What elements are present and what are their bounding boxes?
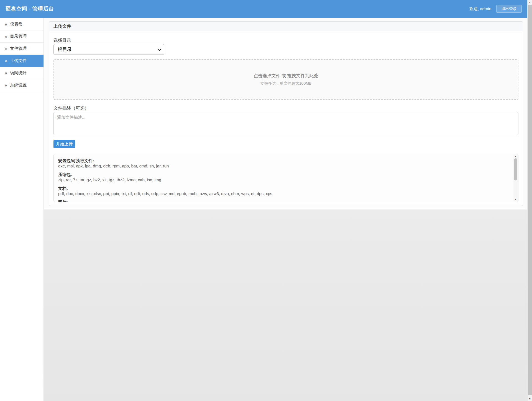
filetype-heading: 图片: <box>58 200 507 202</box>
filetype-list: pdf, doc, docx, xls, xlsx, ppt, pptx, tx… <box>58 191 507 196</box>
sidebar-item-system-settings[interactable]: ◈ 系统设置 <box>0 79 44 91</box>
welcome-text: 欢迎, admin <box>469 6 491 12</box>
sidebar-item-label: 系统设置 <box>10 82 27 88</box>
filetype-list: zip, rar, 7z, tar, gz, bz2, xz, tgz, tbz… <box>58 177 507 182</box>
allowed-filetypes-box: 安装包/可执行文件: exe, msi, apk, ipa, dmg, deb,… <box>53 154 518 202</box>
filetype-list: exe, msi, apk, ipa, dmg, deb, rpm, app, … <box>58 163 507 169</box>
dropzone-hint-text: 支持多选，单文件最大100MB <box>260 81 311 86</box>
chevron-down-icon <box>157 47 161 51</box>
filetypes-scrollbar-thumb[interactable] <box>514 158 517 180</box>
sidebar-item-label: 上传文件 <box>10 58 27 63</box>
scroll-up-arrow-icon[interactable]: ▲ <box>528 0 532 5</box>
page-scrollbar-thumb[interactable] <box>528 5 532 395</box>
description-label: 文件描述（可选） <box>53 105 89 111</box>
sidebar-item-label: 仪表盘 <box>10 22 22 27</box>
diamond-icon: ◈ <box>5 35 7 38</box>
logout-button[interactable]: 退出登录 <box>496 5 522 13</box>
scroll-down-arrow-icon[interactable]: ▼ <box>513 197 518 201</box>
dropzone-main-text: 点击选择文件 或 拖拽文件到此处 <box>254 73 318 79</box>
filetype-heading: 文档: <box>58 186 507 191</box>
description-textarea[interactable] <box>53 112 518 135</box>
file-dropzone[interactable]: 点击选择文件 或 拖拽文件到此处 支持多选，单文件最大100MB <box>53 59 518 100</box>
card-header: 上传文件 <box>49 22 523 31</box>
diamond-icon: ◈ <box>5 59 7 63</box>
sidebar-item-label: 目录管理 <box>10 34 27 39</box>
top-header: 硬盘空间 - 管理后台 欢迎, admin 退出登录 <box>0 0 527 18</box>
upload-card: 上传文件 选择目录 根目录 点击选择文件 或 拖拽文件到此处 支持多选，单文件最… <box>49 21 523 206</box>
filetype-heading: 压缩包: <box>58 172 507 177</box>
main-content: 上传文件 选择目录 根目录 点击选择文件 或 拖拽文件到此处 支持多选，单文件最… <box>44 18 527 401</box>
sidebar-item-directory-management[interactable]: ◈ 目录管理 <box>0 30 44 43</box>
directory-select[interactable]: 根目录 <box>53 44 164 55</box>
sidebar-item-access-stats[interactable]: ◈ 访问统计 <box>0 67 44 79</box>
sidebar-item-label: 文件管理 <box>10 46 27 51</box>
diamond-icon: ◈ <box>5 23 7 26</box>
scroll-up-arrow-icon[interactable]: ▲ <box>513 154 518 159</box>
diamond-icon: ◈ <box>5 84 7 87</box>
sidebar: ◈ 仪表盘 ◈ 目录管理 ◈ 文件管理 ◈ 上传文件 ◈ 访问统计 ◈ 系统设置 <box>0 18 44 401</box>
header-right: 欢迎, admin 退出登录 <box>469 5 522 13</box>
card-title: 上传文件 <box>53 24 71 29</box>
sidebar-item-file-management[interactable]: ◈ 文件管理 <box>0 43 44 55</box>
page-scrollbar[interactable]: ▲ ▼ <box>527 0 532 401</box>
scroll-down-arrow-icon[interactable]: ▼ <box>528 396 532 401</box>
app-title: 硬盘空间 - 管理后台 <box>6 5 54 12</box>
sidebar-item-upload-file[interactable]: ◈ 上传文件 <box>0 55 44 67</box>
diamond-icon: ◈ <box>5 71 7 75</box>
filetypes-scrollbar[interactable]: ▲ ▼ <box>513 154 518 201</box>
sidebar-item-label: 访问统计 <box>10 70 27 76</box>
filetype-heading: 安装包/可执行文件: <box>58 158 507 163</box>
directory-select-value: 根目录 <box>58 46 72 53</box>
directory-label: 选择目录 <box>53 38 71 43</box>
sidebar-item-dashboard[interactable]: ◈ 仪表盘 <box>0 18 44 30</box>
diamond-icon: ◈ <box>5 47 7 50</box>
start-upload-button[interactable]: 开始上传 <box>53 140 75 148</box>
